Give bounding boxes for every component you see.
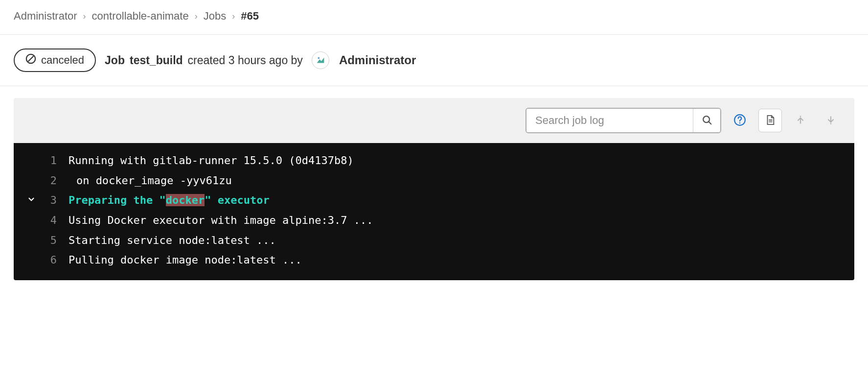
log-line: 6 Pulling docker image node:latest ... [14, 250, 854, 270]
log-lineno[interactable]: 1 [41, 151, 69, 171]
arrow-down-icon [826, 115, 836, 126]
log-text: on docker_image -yyv61zu [69, 171, 232, 191]
svg-point-6 [739, 122, 741, 123]
chevron-down-icon [27, 191, 36, 211]
log-lineno[interactable]: 2 [41, 171, 69, 191]
job-title: Job test_build created 3 hours ago by Ad… [105, 51, 416, 69]
log-lineno[interactable]: 5 [41, 231, 69, 251]
log-lineno[interactable]: 3 [41, 191, 69, 211]
svg-line-1 [28, 56, 34, 62]
search-group [525, 108, 721, 133]
job-created-text: created 3 hours ago by [188, 54, 303, 67]
breadcrumb-item-jobs[interactable]: Jobs [204, 10, 226, 23]
search-icon [702, 115, 712, 127]
search-highlight: docker [166, 194, 205, 206]
breadcrumb-current: #65 [241, 10, 259, 23]
log-text: Using Docker executor with image alpine:… [69, 211, 373, 231]
log-toolbar [14, 98, 854, 143]
log-text: Preparing the "docker" executor [69, 191, 270, 211]
log-text: Starting service node:latest ... [69, 231, 276, 251]
raw-log-button[interactable] [758, 109, 782, 132]
log-lineno[interactable]: 6 [41, 250, 69, 270]
chevron-right-icon: › [232, 11, 235, 22]
scroll-to-top-button[interactable] [789, 109, 812, 132]
log-line: 2 on docker_image -yyv61zu [14, 171, 854, 191]
help-icon [733, 114, 746, 128]
arrow-up-icon [796, 115, 805, 126]
status-badge: canceled [14, 48, 96, 72]
search-button[interactable] [693, 109, 720, 132]
log-lineno[interactable]: 4 [41, 211, 69, 231]
job-name: test_build [130, 54, 183, 67]
breadcrumb-item-administrator[interactable]: Administrator [14, 10, 77, 23]
chevron-right-icon: › [83, 11, 86, 22]
log-line: 1 Running with gitlab-runner 15.5.0 (0d4… [14, 151, 854, 171]
chevron-right-icon: › [195, 11, 198, 22]
svg-line-4 [708, 121, 711, 124]
log-panel: 1 Running with gitlab-runner 15.5.0 (0d4… [14, 98, 854, 280]
help-button[interactable] [728, 109, 752, 132]
job-header: canceled Job test_build created 3 hours … [0, 35, 868, 86]
search-input[interactable] [526, 109, 693, 132]
scroll-to-bottom-button[interactable] [819, 109, 843, 132]
log-text: Running with gitlab-runner 15.5.0 (0d413… [69, 151, 354, 171]
author-name[interactable]: Administrator [339, 53, 416, 67]
canceled-icon [25, 53, 36, 67]
log-line-section: 3 Preparing the "docker" executor [14, 191, 854, 211]
collapse-toggle[interactable] [22, 191, 41, 211]
breadcrumb: Administrator › controllable-animate › J… [0, 10, 868, 35]
svg-point-10 [800, 116, 801, 117]
breadcrumb-item-project[interactable]: controllable-animate [92, 10, 189, 23]
svg-point-2 [318, 57, 320, 59]
log-line: 4 Using Docker executor with image alpin… [14, 211, 854, 231]
log-line: 5 Starting service node:latest ... [14, 231, 854, 251]
log-body: 1 Running with gitlab-runner 15.5.0 (0d4… [14, 143, 854, 280]
svg-point-12 [830, 123, 832, 124]
job-prefix: Job [105, 54, 125, 67]
avatar[interactable] [312, 51, 329, 69]
document-icon [765, 115, 776, 127]
log-text: Pulling docker image node:latest ... [69, 250, 302, 270]
status-label: canceled [41, 54, 84, 67]
